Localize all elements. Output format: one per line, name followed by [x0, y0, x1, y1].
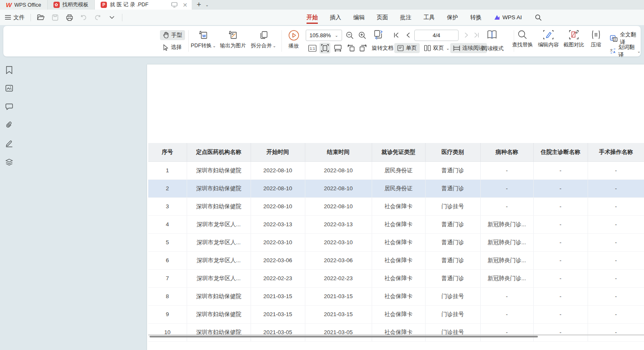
ribbon-tabs: 开始 插入 编辑 页面 批注 工具 保护 转换 WPS AI: [307, 10, 543, 25]
menu-tab-comment[interactable]: 批注: [400, 10, 411, 25]
replace-pages-icon[interactable]: [373, 29, 384, 40]
table-cell: 2021-03-15: [251, 305, 305, 323]
save-icon[interactable]: [51, 13, 59, 22]
rotate-right-button[interactable]: [358, 43, 369, 54]
bookmark-icon[interactable]: [5, 66, 13, 74]
col-header-medical-category: 医疗类别: [425, 143, 480, 161]
find-replace-button[interactable]: 查找替换: [508, 30, 537, 49]
first-page-button[interactable]: [391, 30, 402, 41]
read-mode-button[interactable]: 阅读模式: [482, 45, 504, 52]
actual-size-button[interactable]: 1:1: [307, 43, 318, 54]
table-cell: -: [480, 323, 533, 341]
signature-icon[interactable]: [5, 139, 13, 148]
tab-wps-office[interactable]: W WPS Office: [0, 0, 48, 10]
table-cell: 3: [148, 197, 187, 215]
hand-tool-button[interactable]: 手型: [160, 30, 185, 40]
table-row[interactable]: 9深圳市妇幼保健院2021-03-152021-03-15社会保障卡门诊挂号--…: [148, 305, 644, 323]
pdf-convert-button[interactable]: W PDF转换⌄: [188, 30, 219, 49]
select-tool-button[interactable]: 选择: [160, 42, 185, 52]
menu-tab-page[interactable]: 页面: [377, 10, 388, 25]
menu-tab-home[interactable]: 开始: [307, 10, 318, 25]
table-cell: -: [588, 215, 644, 233]
wps-pdf-viewer: { "colors": { "accent_red": "#c7372e", "…: [0, 0, 644, 350]
table-cell: 5: [148, 233, 187, 251]
screenshot-compare-button[interactable]: 截图对比: [559, 30, 588, 49]
close-icon[interactable]: ✕: [182, 2, 188, 8]
menu-tab-insert[interactable]: 插入: [330, 10, 341, 25]
table-cell: -: [533, 269, 588, 287]
col-header-institution: 定点医药机构名称: [187, 143, 251, 161]
next-page-button[interactable]: [461, 30, 472, 41]
menu-search-icon[interactable]: [534, 13, 543, 22]
edit-content-button[interactable]: 编辑内容: [534, 30, 563, 49]
menu-tab-convert[interactable]: 转换: [470, 10, 482, 25]
table-cell: -: [533, 197, 588, 215]
table-row[interactable]: 3深圳市妇幼保健院2022-08-102022-08-10社会保障卡门诊挂号--…: [148, 197, 644, 215]
export-image-button[interactable]: 输出为图片: [218, 30, 248, 49]
menu-tab-protect[interactable]: 保护: [447, 10, 458, 25]
undo-icon[interactable]: [79, 13, 88, 22]
table-cell: 8: [148, 287, 187, 305]
document-side-panel-bar: [0, 56, 18, 350]
zoom-out-button[interactable]: [344, 30, 355, 41]
table-row[interactable]: 4深圳市龙华区人...2022-03-132022-03-13社会保障卡普通门诊…: [148, 215, 644, 233]
table-cell: 2021-03-15: [305, 305, 372, 323]
continuous-reading-button[interactable]: 连续阅读: [450, 43, 487, 53]
zoom-in-button[interactable]: [357, 30, 368, 41]
pdf-convert-icon: W: [198, 30, 209, 41]
table-row[interactable]: 1深圳市妇幼保健院2022-08-102022-08-10居民身份证普通门诊--…: [148, 161, 644, 179]
table-cell: -: [588, 179, 644, 197]
window-tab-bar: W WPS Office ✿ 找稻壳模板 P 就 医 记 录 .PDF ✕ + …: [0, 0, 644, 10]
compress-button[interactable]: 压缩: [585, 30, 607, 49]
zoom-level-select[interactable]: 105.88% ⌄: [306, 30, 342, 41]
medical-records-table: 序号 定点医药机构名称 开始时间 结束时间 就诊凭证类型 医疗类别 病种名称 住…: [148, 143, 644, 342]
new-tab-button[interactable]: +: [197, 0, 201, 9]
tab-template-store[interactable]: ✿ 找稻壳模板: [48, 0, 95, 10]
file-menu-button[interactable]: 文件: [5, 14, 25, 21]
table-cell: -: [588, 161, 644, 179]
print-icon[interactable]: [65, 13, 74, 22]
table-cell: 社会保障卡: [372, 323, 425, 341]
table-cell: 2021-03-05: [251, 323, 305, 341]
thumbnail-icon[interactable]: [5, 84, 13, 92]
table-row[interactable]: 7深圳市龙华区人...2022-02-232022-02-23社会保障卡普通门诊…: [148, 269, 644, 287]
table-cell: 居民身份证: [372, 161, 425, 179]
toolbar-more-chevron-icon[interactable]: [108, 13, 116, 22]
attachment-icon[interactable]: [5, 121, 13, 129]
last-page-button[interactable]: [471, 30, 482, 41]
comment-icon[interactable]: [5, 102, 13, 111]
table-cell: 新冠肺炎门诊...: [480, 233, 533, 251]
page-indicator-input[interactable]: 4/4: [414, 30, 459, 41]
rotate-document-button[interactable]: 旋转文档: [372, 44, 393, 52]
pdf-icon: P: [101, 2, 107, 8]
table-row[interactable]: 5深圳市龙华区人...2022-03-102022-03-10社会保障卡普通门诊…: [148, 233, 644, 251]
previous-page-button[interactable]: [403, 30, 413, 41]
read-mode-icon[interactable]: [487, 29, 497, 40]
word-translate-button[interactable]: 文A 划词翻译 ⌄: [610, 43, 641, 59]
fit-width-button[interactable]: [332, 43, 343, 54]
rotate-left-button[interactable]: [345, 43, 356, 54]
table-row[interactable]: 6深圳市龙华区人...2022-03-062022-03-06社会保障卡普通门诊…: [148, 251, 644, 269]
tab-list-chevron-icon[interactable]: ⌄: [205, 3, 209, 7]
split-merge-button[interactable]: 拆分合并⌄: [248, 30, 279, 49]
table-cell: 深圳市龙华区人...: [187, 251, 251, 269]
play-button[interactable]: 播放: [278, 30, 309, 50]
table-cell: 深圳市妇幼保健院: [187, 305, 251, 323]
fit-page-button[interactable]: [319, 43, 330, 54]
open-file-icon[interactable]: [37, 13, 45, 22]
table-row[interactable]: 8深圳市妇幼保健院2021-03-152021-03-15社会保障卡门诊挂号--…: [148, 287, 644, 305]
menu-tab-tools[interactable]: 工具: [423, 10, 435, 25]
table-cell: -: [588, 269, 644, 287]
double-page-button[interactable]: 双页 ⌄: [421, 43, 452, 53]
tab-document-active[interactable]: P 就 医 记 录 .PDF ✕: [95, 0, 192, 10]
table-row[interactable]: 10深圳市妇幼保健院2021-03-052021-03-05社会保障卡门诊挂号-…: [148, 323, 644, 341]
menu-tab-edit[interactable]: 编辑: [353, 10, 365, 25]
horizontal-scrollbar-thumb[interactable]: [150, 336, 538, 337]
monitor-icon[interactable]: [171, 2, 177, 8]
layers-icon[interactable]: [5, 158, 13, 166]
menu-tab-wps-ai[interactable]: WPS AI: [494, 14, 522, 20]
table-cell: 普通门诊: [425, 179, 480, 197]
table-row[interactable]: 2深圳市妇幼保健院2022-08-102022-08-10居民身份证普通门诊--…: [148, 179, 644, 197]
redo-icon[interactable]: [94, 13, 102, 22]
single-page-button[interactable]: 单页: [394, 43, 420, 53]
